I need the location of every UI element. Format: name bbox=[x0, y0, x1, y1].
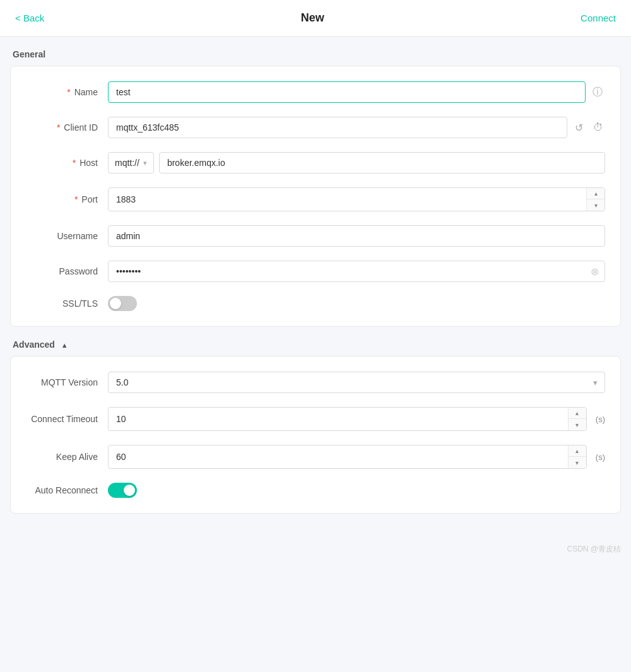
ssl-tls-label: SSL/TLS bbox=[26, 298, 108, 309]
port-spinner: ▴ ▾ bbox=[108, 187, 605, 211]
username-row: Username bbox=[26, 225, 605, 247]
host-label: * Host bbox=[26, 158, 108, 168]
password-clear-icon[interactable]: ⊗ bbox=[591, 266, 599, 278]
clock-icon[interactable]: ⏱ bbox=[591, 120, 605, 135]
auto-reconnect-row: Auto Reconnect bbox=[26, 483, 605, 498]
header: < Back New Connect bbox=[0, 0, 631, 37]
port-input[interactable] bbox=[109, 189, 586, 209]
ssl-tls-toggle[interactable] bbox=[108, 296, 137, 311]
watermark: CSDN @青皮桔 bbox=[0, 539, 631, 560]
chevron-down-icon: ▾ bbox=[143, 159, 147, 167]
keep-alive-spinner: ▴ ▾ bbox=[108, 445, 587, 469]
toggle-slider bbox=[108, 296, 137, 311]
port-label: * Port bbox=[26, 194, 108, 204]
port-row: * Port ▴ ▾ bbox=[26, 187, 605, 211]
advanced-card: MQTT Version 3.1 3.1.1 5.0 ▾ Connect Tim… bbox=[10, 356, 621, 514]
connect-button[interactable]: Connect bbox=[581, 13, 616, 23]
port-decrement-button[interactable]: ▾ bbox=[587, 199, 604, 211]
general-section-title: General bbox=[10, 49, 621, 59]
host-row: * Host mqtt:// ▾ bbox=[26, 152, 605, 174]
info-icon: ⓘ bbox=[591, 85, 605, 100]
toggle-slider bbox=[108, 483, 137, 498]
auto-reconnect-toggle[interactable] bbox=[108, 483, 137, 498]
password-row: Password ⊗ bbox=[26, 261, 605, 282]
name-input[interactable] bbox=[108, 81, 586, 103]
name-row: * Name ⓘ bbox=[26, 81, 605, 103]
keep-alive-input[interactable] bbox=[109, 447, 568, 467]
username-input[interactable] bbox=[108, 225, 605, 247]
page-content: General * Name ⓘ * Client ID ↺ ⏱ bbox=[0, 37, 631, 539]
keep-alive-row: Keep Alive ▴ ▾ (s) bbox=[26, 445, 605, 469]
name-label: * Name bbox=[26, 87, 108, 97]
client-id-label: * Client ID bbox=[26, 122, 108, 133]
connect-timeout-label: Connect Timeout bbox=[26, 414, 108, 424]
keep-alive-increment-button[interactable]: ▴ bbox=[569, 445, 586, 457]
connect-timeout-decrement-button[interactable]: ▾ bbox=[569, 419, 586, 430]
connect-timeout-increment-button[interactable]: ▴ bbox=[569, 408, 586, 419]
connect-timeout-row: Connect Timeout ▴ ▾ (s) bbox=[26, 407, 605, 431]
mqtt-version-select-wrap: 3.1 3.1.1 5.0 ▾ bbox=[108, 372, 605, 393]
collapse-icon: ▲ bbox=[61, 341, 68, 349]
keep-alive-decrement-button[interactable]: ▾ bbox=[569, 457, 586, 468]
back-button[interactable]: < Back bbox=[15, 13, 44, 23]
keep-alive-label: Keep Alive bbox=[26, 452, 108, 462]
protocol-dropdown[interactable]: mqtt:// ▾ bbox=[108, 152, 154, 174]
general-card: * Name ⓘ * Client ID ↺ ⏱ * Hos bbox=[10, 66, 621, 327]
username-label: Username bbox=[26, 231, 108, 241]
mqtt-version-select[interactable]: 3.1 3.1.1 5.0 bbox=[108, 372, 605, 393]
connect-timeout-input[interactable] bbox=[109, 409, 568, 429]
client-id-input[interactable] bbox=[108, 117, 567, 138]
advanced-section-title[interactable]: Advanced ▲ bbox=[10, 339, 621, 350]
protocol-value: mqtt:// bbox=[115, 158, 139, 168]
password-input[interactable] bbox=[108, 261, 605, 282]
connect-timeout-unit: (s) bbox=[596, 415, 605, 424]
password-wrap: ⊗ bbox=[108, 261, 605, 282]
auto-reconnect-label: Auto Reconnect bbox=[26, 485, 108, 495]
ssl-tls-row: SSL/TLS bbox=[26, 296, 605, 311]
keep-alive-unit: (s) bbox=[596, 452, 605, 462]
page-title: New bbox=[301, 11, 324, 25]
client-id-row: * Client ID ↺ ⏱ bbox=[26, 117, 605, 138]
host-input[interactable] bbox=[159, 152, 605, 174]
connect-timeout-spinner: ▴ ▾ bbox=[108, 407, 587, 431]
mqtt-version-row: MQTT Version 3.1 3.1.1 5.0 ▾ bbox=[26, 372, 605, 393]
refresh-icon[interactable]: ↺ bbox=[572, 120, 586, 135]
password-label: Password bbox=[26, 266, 108, 276]
port-increment-button[interactable]: ▴ bbox=[587, 188, 604, 199]
mqtt-version-label: MQTT Version bbox=[26, 377, 108, 387]
